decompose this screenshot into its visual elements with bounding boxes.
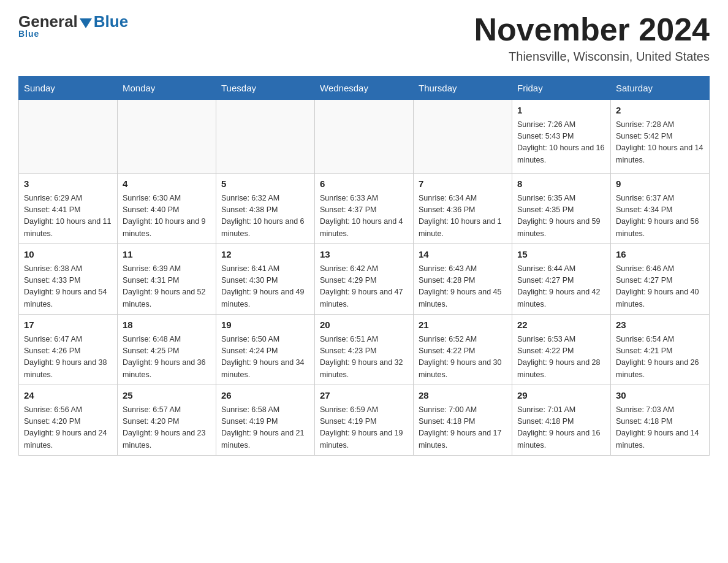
col-sunday: Sunday bbox=[19, 77, 118, 100]
day-number: 27 bbox=[320, 389, 408, 403]
calendar-week-4: 17Sunrise: 6:47 AMSunset: 4:26 PMDayligh… bbox=[19, 315, 710, 385]
day-info: Sunrise: 6:33 AMSunset: 4:37 PMDaylight:… bbox=[320, 193, 408, 240]
day-info: Sunrise: 7:28 AMSunset: 5:42 PMDaylight:… bbox=[616, 119, 704, 167]
calendar-cell bbox=[19, 100, 118, 174]
day-number: 19 bbox=[221, 318, 309, 332]
day-number: 21 bbox=[419, 318, 507, 332]
calendar-cell bbox=[118, 100, 216, 174]
day-info: Sunrise: 6:30 AMSunset: 4:40 PMDaylight:… bbox=[123, 193, 211, 240]
day-number: 6 bbox=[320, 177, 408, 191]
day-info: Sunrise: 6:43 AMSunset: 4:28 PMDaylight:… bbox=[419, 263, 507, 311]
day-number: 10 bbox=[24, 248, 112, 262]
calendar-cell: 28Sunrise: 7:00 AMSunset: 4:18 PMDayligh… bbox=[414, 385, 512, 456]
day-number: 8 bbox=[517, 177, 605, 191]
day-info: Sunrise: 6:29 AMSunset: 4:41 PMDaylight:… bbox=[24, 193, 112, 240]
calendar-cell: 8Sunrise: 6:35 AMSunset: 4:35 PMDaylight… bbox=[512, 174, 611, 244]
calendar-week-1: 1Sunrise: 7:26 AMSunset: 5:43 PMDaylight… bbox=[19, 100, 710, 174]
day-info: Sunrise: 6:48 AMSunset: 4:25 PMDaylight:… bbox=[123, 334, 211, 381]
calendar-week-2: 3Sunrise: 6:29 AMSunset: 4:41 PMDaylight… bbox=[19, 174, 710, 244]
day-number: 30 bbox=[616, 389, 704, 403]
day-info: Sunrise: 6:53 AMSunset: 4:22 PMDaylight:… bbox=[517, 334, 605, 381]
calendar-cell bbox=[315, 100, 414, 174]
month-title: November 2024 bbox=[474, 12, 710, 47]
day-number: 22 bbox=[517, 318, 605, 332]
col-tuesday: Tuesday bbox=[216, 77, 315, 100]
calendar-cell: 19Sunrise: 6:50 AMSunset: 4:24 PMDayligh… bbox=[216, 315, 315, 385]
calendar-week-5: 24Sunrise: 6:56 AMSunset: 4:20 PMDayligh… bbox=[19, 385, 710, 456]
col-monday: Monday bbox=[118, 77, 216, 100]
day-info: Sunrise: 6:34 AMSunset: 4:36 PMDaylight:… bbox=[419, 193, 507, 240]
calendar-table: Sunday Monday Tuesday Wednesday Thursday… bbox=[18, 76, 710, 456]
day-info: Sunrise: 6:54 AMSunset: 4:21 PMDaylight:… bbox=[616, 334, 704, 381]
calendar-cell: 20Sunrise: 6:51 AMSunset: 4:23 PMDayligh… bbox=[315, 315, 414, 385]
day-number: 15 bbox=[517, 248, 605, 262]
col-thursday: Thursday bbox=[414, 77, 512, 100]
logo-blue-text: Blue bbox=[94, 12, 128, 31]
calendar-cell: 9Sunrise: 6:37 AMSunset: 4:34 PMDaylight… bbox=[611, 174, 710, 244]
day-info: Sunrise: 7:26 AMSunset: 5:43 PMDaylight:… bbox=[517, 119, 605, 167]
header-row: Sunday Monday Tuesday Wednesday Thursday… bbox=[19, 77, 710, 100]
day-info: Sunrise: 6:50 AMSunset: 4:24 PMDaylight:… bbox=[221, 334, 309, 381]
col-wednesday: Wednesday bbox=[315, 77, 414, 100]
day-info: Sunrise: 6:51 AMSunset: 4:23 PMDaylight:… bbox=[320, 334, 408, 381]
day-number: 17 bbox=[24, 318, 112, 332]
day-number: 4 bbox=[123, 177, 211, 191]
calendar-cell: 4Sunrise: 6:30 AMSunset: 4:40 PMDaylight… bbox=[118, 174, 216, 244]
day-info: Sunrise: 6:58 AMSunset: 4:19 PMDaylight:… bbox=[221, 404, 309, 452]
day-number: 12 bbox=[221, 248, 309, 262]
day-number: 14 bbox=[419, 248, 507, 262]
day-info: Sunrise: 6:41 AMSunset: 4:30 PMDaylight:… bbox=[221, 263, 309, 311]
day-info: Sunrise: 6:44 AMSunset: 4:27 PMDaylight:… bbox=[517, 263, 605, 311]
col-saturday: Saturday bbox=[611, 77, 710, 100]
day-info: Sunrise: 6:47 AMSunset: 4:26 PMDaylight:… bbox=[24, 334, 112, 381]
day-info: Sunrise: 6:46 AMSunset: 4:27 PMDaylight:… bbox=[616, 263, 704, 311]
calendar-week-3: 10Sunrise: 6:38 AMSunset: 4:33 PMDayligh… bbox=[19, 244, 710, 315]
day-number: 23 bbox=[616, 318, 704, 332]
day-number: 5 bbox=[221, 177, 309, 191]
day-number: 9 bbox=[616, 177, 704, 191]
day-info: Sunrise: 6:35 AMSunset: 4:35 PMDaylight:… bbox=[517, 193, 605, 240]
calendar-cell: 16Sunrise: 6:46 AMSunset: 4:27 PMDayligh… bbox=[611, 244, 710, 315]
calendar-cell: 23Sunrise: 6:54 AMSunset: 4:21 PMDayligh… bbox=[611, 315, 710, 385]
day-info: Sunrise: 6:59 AMSunset: 4:19 PMDaylight:… bbox=[320, 404, 408, 452]
day-number: 11 bbox=[123, 248, 211, 262]
logo-underline: Blue bbox=[18, 29, 39, 39]
day-info: Sunrise: 6:42 AMSunset: 4:29 PMDaylight:… bbox=[320, 263, 408, 311]
logo: General Blue Blue bbox=[18, 12, 128, 39]
day-number: 25 bbox=[123, 389, 211, 403]
calendar-cell: 30Sunrise: 7:03 AMSunset: 4:18 PMDayligh… bbox=[611, 385, 710, 456]
day-number: 7 bbox=[419, 177, 507, 191]
day-number: 18 bbox=[123, 318, 211, 332]
calendar-cell: 11Sunrise: 6:39 AMSunset: 4:31 PMDayligh… bbox=[118, 244, 216, 315]
day-info: Sunrise: 6:57 AMSunset: 4:20 PMDaylight:… bbox=[123, 404, 211, 452]
title-area: November 2024 Thiensville, Wisconsin, Un… bbox=[474, 12, 710, 64]
calendar-cell: 27Sunrise: 6:59 AMSunset: 4:19 PMDayligh… bbox=[315, 385, 414, 456]
day-info: Sunrise: 7:01 AMSunset: 4:18 PMDaylight:… bbox=[517, 404, 605, 452]
calendar-cell: 21Sunrise: 6:52 AMSunset: 4:22 PMDayligh… bbox=[414, 315, 512, 385]
day-number: 20 bbox=[320, 318, 408, 332]
calendar-cell: 25Sunrise: 6:57 AMSunset: 4:20 PMDayligh… bbox=[118, 385, 216, 456]
calendar-cell bbox=[414, 100, 512, 174]
calendar-cell: 15Sunrise: 6:44 AMSunset: 4:27 PMDayligh… bbox=[512, 244, 611, 315]
calendar-cell: 6Sunrise: 6:33 AMSunset: 4:37 PMDaylight… bbox=[315, 174, 414, 244]
calendar-cell: 1Sunrise: 7:26 AMSunset: 5:43 PMDaylight… bbox=[512, 100, 611, 174]
day-info: Sunrise: 7:00 AMSunset: 4:18 PMDaylight:… bbox=[419, 404, 507, 452]
day-info: Sunrise: 6:39 AMSunset: 4:31 PMDaylight:… bbox=[123, 263, 211, 311]
day-number: 29 bbox=[517, 389, 605, 403]
day-number: 13 bbox=[320, 248, 408, 262]
day-number: 28 bbox=[419, 389, 507, 403]
day-number: 16 bbox=[616, 248, 704, 262]
calendar-cell: 13Sunrise: 6:42 AMSunset: 4:29 PMDayligh… bbox=[315, 244, 414, 315]
day-number: 2 bbox=[616, 104, 704, 118]
day-info: Sunrise: 6:37 AMSunset: 4:34 PMDaylight:… bbox=[616, 193, 704, 240]
calendar-cell: 24Sunrise: 6:56 AMSunset: 4:20 PMDayligh… bbox=[19, 385, 118, 456]
day-number: 3 bbox=[24, 177, 112, 191]
calendar-cell: 29Sunrise: 7:01 AMSunset: 4:18 PMDayligh… bbox=[512, 385, 611, 456]
calendar-cell: 2Sunrise: 7:28 AMSunset: 5:42 PMDaylight… bbox=[611, 100, 710, 174]
day-info: Sunrise: 6:56 AMSunset: 4:20 PMDaylight:… bbox=[24, 404, 112, 452]
calendar-cell bbox=[216, 100, 315, 174]
calendar-cell: 10Sunrise: 6:38 AMSunset: 4:33 PMDayligh… bbox=[19, 244, 118, 315]
day-number: 1 bbox=[517, 104, 605, 118]
header: General Blue Blue November 2024 Thiensvi… bbox=[18, 12, 710, 64]
calendar-cell: 22Sunrise: 6:53 AMSunset: 4:22 PMDayligh… bbox=[512, 315, 611, 385]
